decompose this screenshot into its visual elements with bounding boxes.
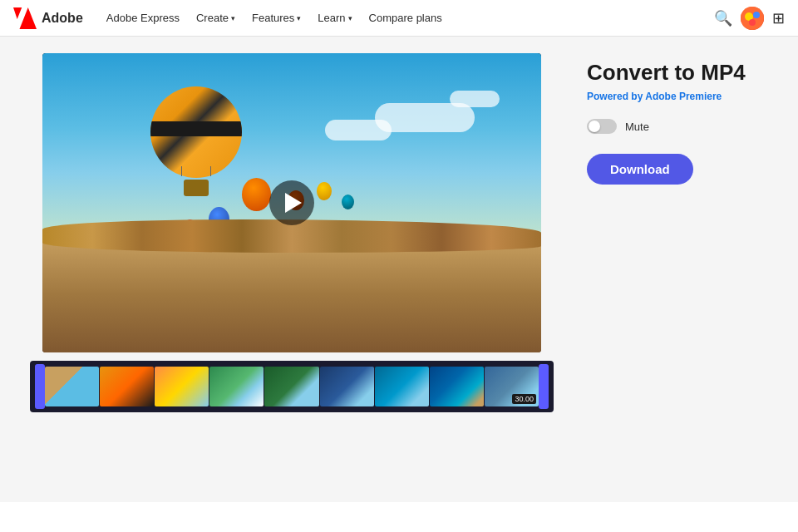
filmstrip-frame-3[interactable] xyxy=(155,367,209,406)
filmstrip-frame-5[interactable] xyxy=(264,367,318,406)
balloon-basket xyxy=(184,180,209,196)
filmstrip-handle-left[interactable] xyxy=(35,364,45,409)
navbar: Adobe Adobe Express Create ▾ Features ▾ … xyxy=(0,0,798,37)
main-balloon xyxy=(150,86,242,195)
video-player[interactable] xyxy=(42,53,541,352)
chevron-down-icon: ▾ xyxy=(348,14,352,22)
small-balloon-5 xyxy=(342,195,354,209)
avatar[interactable] xyxy=(741,7,764,30)
filmstrip-handle-right[interactable] xyxy=(539,364,549,409)
cloud-3 xyxy=(450,91,500,107)
powered-by-text: Powered by Adobe Premiere xyxy=(587,91,768,102)
filmstrip-frame-2[interactable] xyxy=(100,367,154,406)
nav-item-features[interactable]: Features ▾ xyxy=(245,8,308,27)
page-title: Convert to MP4 xyxy=(587,60,768,86)
main-content: 30.00 Convert to MP4 Powered by Adobe Pr… xyxy=(0,37,798,502)
mute-toggle[interactable] xyxy=(587,119,617,134)
nav-right: 🔍 ⊞ xyxy=(714,7,785,30)
toggle-thumb xyxy=(589,121,600,132)
svg-point-4 xyxy=(753,12,760,18)
nav-items: Adobe Express Create ▾ Features ▾ Learn … xyxy=(100,8,697,27)
apps-grid-icon[interactable]: ⊞ xyxy=(772,9,785,27)
left-panel: 30.00 xyxy=(30,53,554,485)
filmstrip-frame-8[interactable] xyxy=(430,367,484,406)
nav-item-adobe-express[interactable]: Adobe Express xyxy=(100,8,186,27)
filmstrip-frame-4[interactable] xyxy=(209,367,264,406)
filmstrip-frame-1[interactable] xyxy=(45,367,99,406)
right-panel: Convert to MP4 Powered by Adobe Premiere… xyxy=(587,53,768,485)
mute-label: Mute xyxy=(625,121,649,133)
play-icon xyxy=(285,193,302,213)
svg-marker-0 xyxy=(19,7,37,28)
time-badge: 30.00 xyxy=(512,394,536,404)
balloon-body xyxy=(150,86,242,178)
adobe-brand-label: Adobe xyxy=(42,11,83,26)
play-button[interactable] xyxy=(269,180,314,225)
filmstrip-frame-6[interactable] xyxy=(320,367,374,406)
nav-item-compare-plans[interactable]: Compare plans xyxy=(362,8,449,27)
search-icon[interactable]: 🔍 xyxy=(714,9,732,27)
svg-marker-1 xyxy=(13,7,22,18)
chevron-down-icon: ▾ xyxy=(297,14,301,22)
logo-area[interactable]: Adobe xyxy=(13,7,83,30)
filmstrip-frame-9[interactable]: 30.00 xyxy=(485,367,539,406)
chevron-down-icon: ▾ xyxy=(231,14,235,22)
download-button[interactable]: Download xyxy=(587,154,693,185)
adobe-logo-icon xyxy=(13,7,37,30)
svg-point-5 xyxy=(749,19,756,26)
nav-item-create[interactable]: Create ▾ xyxy=(190,8,242,27)
nav-item-learn[interactable]: Learn ▾ xyxy=(311,8,358,27)
mute-row: Mute xyxy=(587,119,768,134)
terrain xyxy=(42,236,541,352)
small-balloon-4 xyxy=(317,182,332,200)
filmstrip-frame-7[interactable] xyxy=(375,367,429,406)
balloon-rope-left xyxy=(181,166,182,176)
small-balloon-1 xyxy=(242,178,271,211)
cloud-2 xyxy=(325,120,392,140)
balloon-rope-right xyxy=(210,166,211,176)
filmstrip: 30.00 xyxy=(30,361,554,412)
balloon-stripe xyxy=(150,121,242,136)
avatar-image xyxy=(741,7,764,30)
filmstrip-frames: 30.00 xyxy=(45,367,539,406)
